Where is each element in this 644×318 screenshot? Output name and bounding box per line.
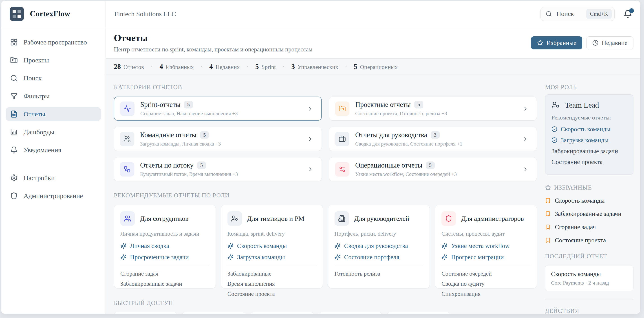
sidebar-item-dashboards[interactable]: Дашборды (6, 125, 101, 139)
category-card[interactable]: Отчеты для руководства 3 Сводка для руко… (329, 127, 537, 151)
favorites-label: ИЗБРАННЫЕ (554, 184, 592, 191)
category-description: Кумулятивный поток, Время выполнения +3 (140, 171, 238, 177)
role-card-title: Для руководителей (354, 215, 409, 222)
recommended-report-link[interactable]: Личная сводка (120, 242, 209, 250)
stat-item: 4 Избранных (160, 63, 194, 71)
recommended-report-link[interactable]: Прогресс миграции (442, 254, 530, 261)
favorites-section-label: ИЗБРАННЫЕ (545, 184, 634, 191)
stat-value: 5 (255, 63, 259, 71)
quick-access-card[interactable] (387, 312, 450, 314)
sidebar: Рабочее пространство Проекты Поиск Фильт… (1, 27, 106, 314)
chevron-right-icon (307, 166, 314, 172)
stat-separator: · (246, 63, 248, 70)
brand: CortexFlow (1, 1, 106, 27)
role-report-item: Сводка по аудиту (442, 280, 530, 287)
category-card[interactable]: Командные отчеты 5 Загрузка команды, Лич… (114, 127, 322, 151)
stat-label: Недавних (216, 64, 240, 70)
role-recommended-link[interactable]: Загрузка команды (552, 136, 627, 144)
quick-access-card[interactable] (319, 312, 382, 314)
topbar-actions: Поиск Cmd+K (540, 7, 640, 21)
recent-button[interactable]: Недавние (586, 36, 634, 50)
briefcase-icon (335, 132, 350, 146)
recommended-report-link[interactable]: Сводка для руководства (334, 242, 424, 250)
quick-access-card[interactable] (250, 312, 314, 314)
category-card[interactable]: Отчеты по потоку 5 Кумулятивный поток, В… (114, 157, 322, 181)
stat-item: 5 Операционных (354, 63, 398, 71)
role-name: Team Lead (565, 101, 599, 109)
category-description: Сводка для руководства, Состояние портфе… (355, 141, 462, 147)
role-recommended-link[interactable]: Скорость команды (552, 126, 627, 133)
stat-separator: · (151, 63, 153, 70)
recommended-report-link[interactable]: Состояние портфеля (334, 254, 424, 261)
divider (442, 266, 530, 266)
favorite-report-item[interactable]: Скорость команды (545, 197, 634, 204)
recommended-report-link[interactable]: Загрузка команды (228, 254, 316, 261)
sidebar-footer-group: Настройки Администрирование (6, 171, 101, 207)
file-text-icon (10, 110, 18, 118)
category-title: Отчеты по потоку (140, 161, 194, 169)
favorite-report-item[interactable]: Сгорание задач (545, 224, 634, 231)
sidebar-item-reports[interactable]: Отчеты (6, 107, 101, 121)
sidebar-item-filters[interactable]: Фильтры (6, 89, 101, 103)
chevron-right-icon (307, 106, 313, 112)
bookmark-icon (545, 198, 551, 204)
category-count-badge: 3 (431, 131, 440, 139)
recommended-report-link[interactable]: Скорость команды (228, 242, 316, 250)
role-card: Для тимлидов и РМ Команда, sprint, deliv… (221, 205, 323, 288)
sparkles-icon (442, 254, 448, 260)
shield-icon (442, 211, 456, 226)
favorite-report-item[interactable]: Заблокированные задачи (545, 210, 634, 218)
recommended-report-link[interactable]: Просроченные задачи (120, 254, 209, 261)
layout-grid-icon (10, 38, 18, 46)
search-icon (10, 74, 18, 82)
folder-kanban-icon (10, 56, 18, 64)
sparkles-icon (120, 254, 126, 260)
divider (228, 266, 316, 266)
sidebar-item-settings[interactable]: Настройки (6, 171, 101, 185)
stat-value: 4 (160, 63, 163, 71)
recommended-report-link[interactable]: Узкие места workflow (442, 242, 530, 250)
category-card[interactable]: Проектные отчеты 5 Состояние проекта, Го… (329, 96, 537, 120)
category-card[interactable]: Sprint-отчеты 5 Сгорание задач, Накоплен… (114, 96, 322, 120)
quick-access-grid (114, 312, 537, 314)
building-icon (334, 211, 349, 226)
search-icon (546, 11, 552, 17)
topbar: CortexFlow Fintech Solutions LLC Поиск C… (1, 1, 640, 27)
category-card[interactable]: Операционные отчеты 5 Узкие места workfl… (329, 157, 537, 181)
stat-separator: · (345, 63, 347, 70)
my-role-card: Team Lead Рекомендуемые отчеты: Скорость… (545, 94, 634, 175)
quick-access-card[interactable] (182, 312, 246, 314)
search-box[interactable]: Поиск Cmd+K (540, 7, 614, 21)
favorites-button[interactable]: Избранные (531, 36, 582, 50)
sidebar-main-group: Рабочее пространство Проекты Поиск Фильт… (6, 35, 101, 161)
role-report-item: Время выполнения (228, 280, 316, 287)
category-grid: Sprint-отчеты 5 Сгорание задач, Накоплен… (114, 96, 537, 181)
sparkles-icon (442, 243, 448, 249)
sparkles-icon (228, 243, 234, 249)
favorite-report-item[interactable]: Состояние проекта (545, 237, 634, 244)
folder-kanban-icon (335, 102, 350, 116)
settings-icon (10, 174, 18, 182)
sidebar-item-workspace[interactable]: Рабочее пространство (6, 35, 101, 49)
category-count-badge: 5 (197, 162, 206, 169)
sidebar-item-search[interactable]: Поиск (6, 71, 101, 85)
sidebar-item-projects[interactable]: Проекты (6, 53, 101, 67)
notifications-button[interactable] (624, 10, 632, 18)
sidebar-item-notifications[interactable]: Уведомления (6, 143, 101, 157)
stat-value: 28 (114, 63, 121, 71)
stat-separator: · (200, 63, 202, 70)
sidebar-item-admin[interactable]: Администрирование (6, 189, 101, 203)
company-name: Fintech Solutions LLC (106, 10, 176, 18)
activity-icon (120, 102, 134, 116)
bookmark-icon (545, 224, 551, 230)
category-description: Сгорание задач, Накопление выполнения +3 (140, 111, 238, 116)
notification-badge (629, 8, 634, 13)
divider (545, 300, 634, 300)
main-column: КАТЕГОРИИ ОТЧЕТОВ Sprint-отчеты 5 Сгоран… (114, 84, 537, 314)
stat-label: Операционных (360, 64, 398, 70)
last-report-card[interactable]: Скорость команды Core Payments · 2 ч наз… (545, 265, 634, 291)
stat-item: 4 Недавних (209, 63, 240, 71)
quick-access-card[interactable] (114, 312, 178, 314)
sliders-icon (335, 162, 350, 176)
bookmark-icon (545, 238, 551, 243)
